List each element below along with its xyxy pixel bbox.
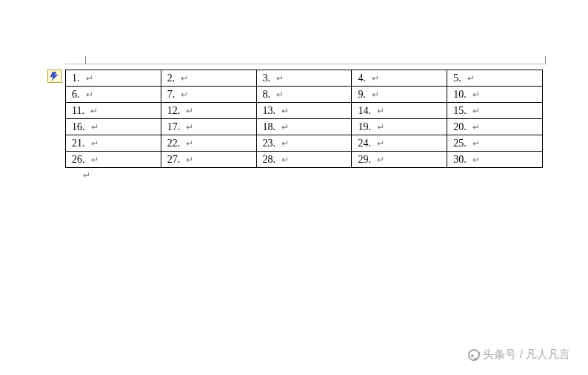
table-row: 6.↵ 7.↵ 8.↵ 9.↵ 10.↵	[66, 87, 543, 103]
cell-number: 30.	[453, 154, 467, 166]
cell-number: 27.	[167, 154, 181, 166]
paragraph-mark-icon: ↵	[275, 155, 289, 166]
paragraph-mark-icon: ↵	[180, 138, 193, 149]
cell-number: 22.	[167, 138, 181, 149]
table-cell[interactable]: 1.↵	[66, 70, 161, 87]
paragraph-mark-icon: ↵	[467, 155, 480, 166]
table-cell[interactable]: 24.↵	[352, 135, 447, 152]
autocorrect-smart-tag[interactable]	[47, 70, 62, 83]
paragraph-mark-icon: ↵	[180, 155, 193, 166]
paragraph-mark-icon: ↵	[275, 138, 289, 149]
table-cell[interactable]: 13.↵	[256, 103, 352, 119]
cell-number: 8.	[263, 89, 271, 101]
cell-number: 19.	[358, 121, 371, 133]
table-cell[interactable]: 20.↵	[447, 119, 543, 135]
cell-number: 15.	[453, 105, 467, 117]
paragraph-mark-icon: ↵	[270, 73, 284, 84]
table-body: 1.↵ 2.↵ 3.↵ 4.↵ 5.↵ 6.↵ 7.↵ 8.↵ 9.↵ 10.↵…	[66, 70, 543, 168]
table-cell[interactable]: 9.↵	[352, 87, 447, 103]
ruler-tick-left	[85, 56, 86, 64]
paragraph-mark-icon: ↵	[467, 138, 480, 149]
table-cell[interactable]: 4.↵	[352, 70, 447, 87]
table-cell[interactable]: 7.↵	[161, 87, 256, 103]
watermark-text: 头条号 / 凡人凡言	[483, 348, 570, 362]
cell-number: 16.	[72, 121, 85, 133]
paragraph-mark-icon: ↵	[80, 89, 93, 101]
table-row: 1.↵ 2.↵ 3.↵ 4.↵ 5.↵	[66, 70, 543, 87]
table-cell[interactable]: 27.↵	[161, 152, 256, 168]
paragraph-mark-icon: ↵	[85, 138, 98, 149]
paragraph-mark-icon: ↵	[275, 122, 289, 133]
paragraph-mark-icon: ↵	[371, 122, 384, 133]
paragraph-mark-icon: ↵	[180, 122, 193, 133]
paragraph-mark-icon: ↵	[80, 73, 93, 84]
paragraph-mark-icon: ↵	[366, 89, 379, 101]
cell-number: 20.	[453, 121, 467, 133]
paragraph-mark-icon: ↵	[270, 89, 284, 101]
table-row: 21.↵ 22.↵ 23.↵ 24.↵ 25.↵	[66, 135, 543, 152]
table-row: 26.↵ 27.↵ 28.↵ 29.↵ 30.↵	[66, 152, 543, 168]
paragraph-mark-icon: ↵	[180, 106, 193, 117]
table-cell[interactable]: 23.↵	[256, 135, 352, 152]
paragraph-mark-icon: ↵	[467, 106, 480, 117]
table-cell[interactable]: 29.↵	[352, 152, 447, 168]
table-cell[interactable]: 6.↵	[66, 87, 161, 103]
table-cell[interactable]: 28.↵	[256, 152, 352, 168]
ruler-tick-right	[545, 56, 546, 64]
table-cell[interactable]: 5.↵	[447, 70, 543, 87]
cell-number: 23.	[263, 138, 276, 149]
cell-number: 1.	[72, 72, 80, 84]
paragraph-mark-icon: ↵	[175, 73, 188, 84]
table-cell[interactable]: 15.↵	[447, 103, 543, 119]
cell-number: 10.	[453, 89, 467, 101]
table-cell[interactable]: 16.↵	[66, 119, 161, 135]
cell-number: 18.	[263, 121, 276, 133]
table-cell[interactable]: 22.↵	[161, 135, 256, 152]
cell-number: 11.	[72, 105, 84, 117]
cell-number: 4.	[358, 72, 366, 84]
paragraph-mark-icon: ↵	[85, 155, 98, 166]
table-cell[interactable]: 18.↵	[256, 119, 352, 135]
cell-number: 5.	[453, 72, 461, 84]
table-cell[interactable]: 2.↵	[161, 70, 256, 87]
lightning-icon	[50, 72, 60, 81]
table-cell[interactable]: 26.↵	[66, 152, 161, 168]
table-cell[interactable]: 30.↵	[447, 152, 543, 168]
cell-number: 13.	[263, 105, 276, 117]
trailing-paragraph-mark: ↵	[83, 170, 90, 181]
table-cell[interactable]: 3.↵	[256, 70, 352, 87]
table-cell[interactable]: 11.↵	[66, 103, 161, 119]
cell-number: 24.	[358, 138, 371, 149]
table-cell[interactable]: 12.↵	[161, 103, 256, 119]
table-cell[interactable]: 17.↵	[161, 119, 256, 135]
cell-number: 28.	[263, 154, 276, 166]
table-cell[interactable]: 21.↵	[66, 135, 161, 152]
table-row: 11.↵ 12.↵ 13.↵ 14.↵ 15.↵	[66, 103, 543, 119]
paragraph-mark-icon: ↵	[371, 138, 384, 149]
cell-number: 25.	[453, 138, 467, 149]
paragraph-mark-icon: ↵	[371, 155, 384, 166]
toutiao-icon	[468, 349, 480, 361]
table-cell[interactable]: 10.↵	[447, 87, 543, 103]
paragraph-mark-icon: ↵	[371, 106, 384, 117]
numbered-table[interactable]: 1.↵ 2.↵ 3.↵ 4.↵ 5.↵ 6.↵ 7.↵ 8.↵ 9.↵ 10.↵…	[65, 70, 543, 168]
table-row: 16.↵ 17.↵ 18.↵ 19.↵ 20.↵	[66, 119, 543, 135]
paragraph-mark-icon: ↵	[467, 89, 480, 101]
ruler-line	[65, 64, 547, 64]
cell-number: 3.	[263, 72, 271, 84]
table-cell[interactable]: 19.↵	[352, 119, 447, 135]
paragraph-mark-icon: ↵	[467, 122, 480, 133]
table-cell[interactable]: 8.↵	[256, 87, 352, 103]
paragraph-mark-icon: ↵	[84, 106, 98, 117]
cell-number: 6.	[72, 89, 80, 101]
cell-number: 26.	[72, 154, 85, 166]
table-cell[interactable]: 25.↵	[447, 135, 543, 152]
cell-number: 21.	[72, 138, 85, 149]
cell-number: 17.	[167, 121, 181, 133]
cell-number: 14.	[358, 105, 371, 117]
table-cell[interactable]: 14.↵	[352, 103, 447, 119]
cell-number: 7.	[167, 89, 176, 101]
paragraph-mark-icon: ↵	[366, 73, 379, 84]
cell-number: 9.	[358, 89, 366, 101]
watermark: 头条号 / 凡人凡言	[468, 348, 570, 362]
